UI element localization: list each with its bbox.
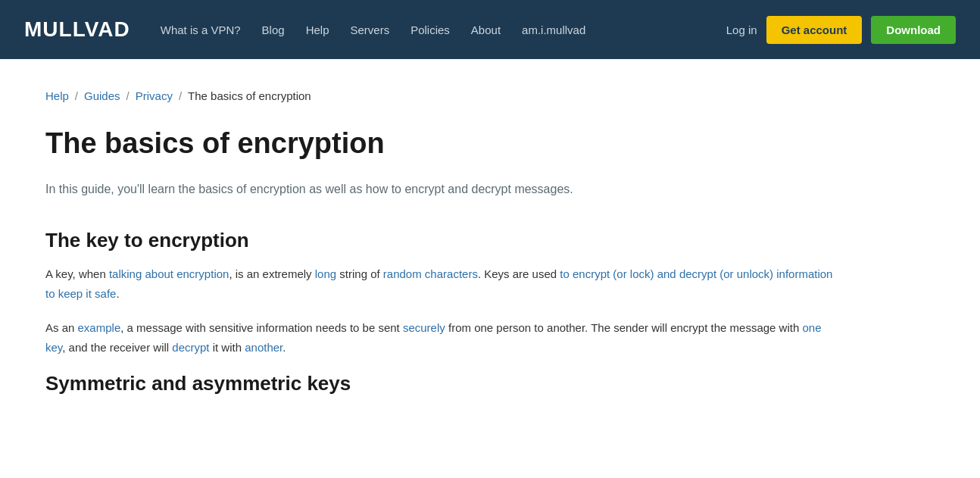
site-header: MULLVAD What is a VPN? Blog Help Servers… xyxy=(0,0,980,59)
nav-item-policies[interactable]: Policies xyxy=(410,23,450,36)
main-content: Help / Guides / Privacy / The basics of … xyxy=(0,59,909,426)
nav-item-help[interactable]: Help xyxy=(306,23,329,36)
link-random[interactable]: random characters xyxy=(383,267,478,280)
breadcrumb-guides[interactable]: Guides xyxy=(84,89,120,102)
get-account-button[interactable]: Get account xyxy=(766,16,863,44)
link-example[interactable]: example xyxy=(78,321,121,334)
nav-item-ami[interactable]: am.i.mullvad xyxy=(522,23,585,36)
main-nav: What is a VPN? Blog Help Servers Policie… xyxy=(161,23,726,36)
link-decrypt[interactable]: decrypt xyxy=(172,341,209,354)
breadcrumb-separator-1: / xyxy=(75,89,78,102)
breadcrumb-separator-3: / xyxy=(179,89,182,102)
link-securely[interactable]: securely xyxy=(403,321,445,334)
nav-item-about[interactable]: About xyxy=(471,23,501,36)
nav-item-servers[interactable]: Servers xyxy=(350,23,389,36)
link-another[interactable]: another xyxy=(245,341,282,354)
breadcrumb-help[interactable]: Help xyxy=(45,89,69,102)
login-link[interactable]: Log in xyxy=(726,23,757,36)
download-button[interactable]: Download xyxy=(871,16,956,44)
breadcrumb-separator-2: / xyxy=(126,89,130,102)
breadcrumb-privacy[interactable]: Privacy xyxy=(136,89,173,102)
section-heading-1: The key to encryption xyxy=(45,229,863,252)
breadcrumb-current: The basics of encryption xyxy=(188,89,311,102)
link-encryption1[interactable]: encryption xyxy=(176,267,229,280)
page-intro: In this guide, you'll learn the basics o… xyxy=(45,180,803,199)
section-1-para-2: As an example, a message with sensitive … xyxy=(45,318,833,357)
link-long[interactable]: long xyxy=(315,267,336,280)
link-talking[interactable]: talking about xyxy=(109,267,173,280)
page-title: The basics of encryption xyxy=(45,127,863,161)
nav-item-vpn[interactable]: What is a VPN? xyxy=(161,23,241,36)
nav-item-blog[interactable]: Blog xyxy=(262,23,285,36)
section-heading-2: Symmetric and asymmetric keys xyxy=(45,372,863,395)
logo[interactable]: MULLVAD xyxy=(24,17,130,42)
header-actions: Log in Get account Download xyxy=(726,16,956,44)
section-1-para-1: A key, when talking about encryption, is… xyxy=(45,264,833,303)
breadcrumb: Help / Guides / Privacy / The basics of … xyxy=(45,89,863,102)
